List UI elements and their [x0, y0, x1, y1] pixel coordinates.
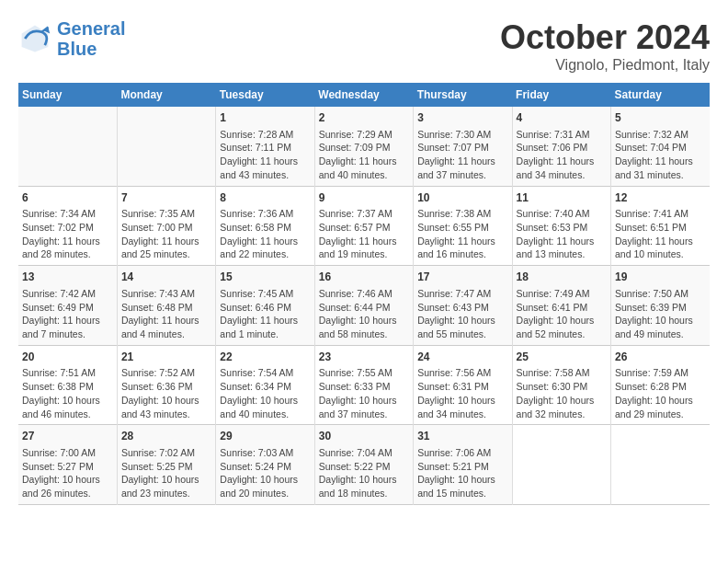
day-number: 5 — [615, 110, 706, 126]
calendar-cell — [18, 107, 117, 186]
header-day-friday: Friday — [512, 83, 610, 107]
day-number: 20 — [22, 350, 113, 365]
calendar-cell: 13Sunrise: 7:42 AM Sunset: 6:49 PM Dayli… — [18, 266, 117, 346]
calendar-cell: 10Sunrise: 7:38 AM Sunset: 6:55 PM Dayli… — [414, 186, 512, 266]
day-info: Sunrise: 7:51 AM Sunset: 6:38 PM Dayligh… — [22, 366, 113, 420]
day-number: 7 — [121, 190, 211, 206]
calendar-cell: 4Sunrise: 7:31 AM Sunset: 7:06 PM Daylig… — [512, 107, 610, 186]
day-number: 18 — [517, 270, 607, 285]
calendar-cell: 9Sunrise: 7:37 AM Sunset: 6:57 PM Daylig… — [314, 186, 413, 266]
header-day-tuesday: Tuesday — [216, 83, 314, 107]
week-row-4: 20Sunrise: 7:51 AM Sunset: 6:38 PM Dayli… — [18, 345, 710, 425]
day-info: Sunrise: 7:52 AM Sunset: 6:36 PM Dayligh… — [121, 366, 211, 420]
header: General Blue October 2024 Vignolo, Piedm… — [18, 18, 710, 74]
calendar-cell: 15Sunrise: 7:45 AM Sunset: 6:46 PM Dayli… — [216, 266, 314, 346]
calendar-cell: 20Sunrise: 7:51 AM Sunset: 6:38 PM Dayli… — [18, 345, 117, 425]
day-number: 6 — [22, 190, 113, 206]
header-day-monday: Monday — [117, 83, 215, 107]
day-number: 16 — [319, 270, 409, 285]
day-info: Sunrise: 7:49 AM Sunset: 6:41 PM Dayligh… — [517, 287, 607, 341]
calendar-cell: 18Sunrise: 7:49 AM Sunset: 6:41 PM Dayli… — [512, 266, 610, 346]
calendar-cell: 24Sunrise: 7:56 AM Sunset: 6:31 PM Dayli… — [414, 345, 512, 425]
calendar-cell: 14Sunrise: 7:43 AM Sunset: 6:48 PM Dayli… — [117, 266, 215, 346]
calendar-cell: 7Sunrise: 7:35 AM Sunset: 7:00 PM Daylig… — [117, 186, 215, 266]
title-area: October 2024 Vignolo, Piedmont, Italy — [500, 18, 710, 74]
calendar-cell: 30Sunrise: 7:04 AM Sunset: 5:22 PM Dayli… — [314, 425, 413, 505]
calendar-cell: 3Sunrise: 7:30 AM Sunset: 7:07 PM Daylig… — [414, 107, 512, 186]
day-info: Sunrise: 7:38 AM Sunset: 6:55 PM Dayligh… — [417, 207, 507, 261]
day-number: 14 — [121, 270, 211, 285]
day-number: 15 — [220, 270, 310, 285]
day-number: 25 — [517, 350, 607, 365]
month-title: October 2024 — [500, 18, 710, 57]
day-number: 26 — [615, 350, 706, 365]
day-info: Sunrise: 7:37 AM Sunset: 6:57 PM Dayligh… — [319, 207, 409, 261]
calendar-cell: 21Sunrise: 7:52 AM Sunset: 6:36 PM Dayli… — [117, 345, 215, 425]
calendar-cell: 25Sunrise: 7:58 AM Sunset: 6:30 PM Dayli… — [512, 345, 610, 425]
day-number: 27 — [22, 429, 113, 444]
calendar-cell: 17Sunrise: 7:47 AM Sunset: 6:43 PM Dayli… — [414, 266, 512, 346]
day-number: 22 — [220, 350, 310, 365]
day-info: Sunrise: 7:56 AM Sunset: 6:31 PM Dayligh… — [417, 366, 507, 420]
day-number: 24 — [417, 350, 507, 365]
logo: General Blue — [18, 18, 125, 59]
calendar-table: SundayMondayTuesdayWednesdayThursdayFrid… — [18, 83, 710, 505]
week-row-1: 1Sunrise: 7:28 AM Sunset: 7:11 PM Daylig… — [18, 107, 710, 186]
header-day-thursday: Thursday — [414, 83, 512, 107]
day-number: 19 — [615, 270, 706, 285]
calendar-cell: 22Sunrise: 7:54 AM Sunset: 6:34 PM Dayli… — [216, 345, 314, 425]
day-number: 4 — [517, 110, 607, 126]
logo-text: General Blue — [57, 18, 125, 59]
calendar-cell — [117, 107, 215, 186]
calendar-cell: 19Sunrise: 7:50 AM Sunset: 6:39 PM Dayli… — [611, 266, 710, 346]
day-number: 13 — [22, 270, 113, 285]
day-info: Sunrise: 7:30 AM Sunset: 7:07 PM Dayligh… — [417, 128, 507, 182]
day-info: Sunrise: 7:43 AM Sunset: 6:48 PM Dayligh… — [121, 287, 211, 341]
day-info: Sunrise: 7:06 AM Sunset: 5:21 PM Dayligh… — [417, 446, 507, 500]
calendar-cell: 6Sunrise: 7:34 AM Sunset: 7:02 PM Daylig… — [18, 186, 117, 266]
day-info: Sunrise: 7:32 AM Sunset: 7:04 PM Dayligh… — [615, 128, 706, 182]
header-day-wednesday: Wednesday — [314, 83, 413, 107]
day-info: Sunrise: 7:50 AM Sunset: 6:39 PM Dayligh… — [615, 287, 706, 341]
location-title: Vignolo, Piedmont, Italy — [500, 57, 710, 74]
calendar-cell: 27Sunrise: 7:00 AM Sunset: 5:27 PM Dayli… — [18, 425, 117, 505]
day-number: 30 — [319, 429, 409, 444]
day-number: 3 — [417, 110, 507, 126]
day-number: 23 — [319, 350, 409, 365]
logo-icon — [18, 22, 51, 55]
header-day-sunday: Sunday — [18, 83, 117, 107]
calendar-cell — [512, 425, 610, 505]
calendar-body: 1Sunrise: 7:28 AM Sunset: 7:11 PM Daylig… — [18, 107, 710, 504]
calendar-cell: 26Sunrise: 7:59 AM Sunset: 6:28 PM Dayli… — [611, 345, 710, 425]
day-number: 17 — [417, 270, 507, 285]
day-info: Sunrise: 7:55 AM Sunset: 6:33 PM Dayligh… — [319, 366, 409, 420]
day-number: 10 — [417, 190, 507, 206]
day-info: Sunrise: 7:29 AM Sunset: 7:09 PM Dayligh… — [319, 128, 409, 182]
day-info: Sunrise: 7:02 AM Sunset: 5:25 PM Dayligh… — [121, 446, 211, 500]
day-info: Sunrise: 7:42 AM Sunset: 6:49 PM Dayligh… — [22, 287, 113, 341]
day-number: 28 — [121, 429, 211, 444]
calendar-cell: 28Sunrise: 7:02 AM Sunset: 5:25 PM Dayli… — [117, 425, 215, 505]
day-info: Sunrise: 7:54 AM Sunset: 6:34 PM Dayligh… — [220, 366, 310, 420]
day-info: Sunrise: 7:03 AM Sunset: 5:24 PM Dayligh… — [220, 446, 310, 500]
calendar-cell: 5Sunrise: 7:32 AM Sunset: 7:04 PM Daylig… — [611, 107, 710, 186]
day-info: Sunrise: 7:47 AM Sunset: 6:43 PM Dayligh… — [417, 287, 507, 341]
calendar-cell: 31Sunrise: 7:06 AM Sunset: 5:21 PM Dayli… — [414, 425, 512, 505]
day-info: Sunrise: 7:04 AM Sunset: 5:22 PM Dayligh… — [319, 446, 409, 500]
day-number: 12 — [615, 190, 706, 206]
day-info: Sunrise: 7:45 AM Sunset: 6:46 PM Dayligh… — [220, 287, 310, 341]
week-row-5: 27Sunrise: 7:00 AM Sunset: 5:27 PM Dayli… — [18, 425, 710, 505]
calendar-cell: 11Sunrise: 7:40 AM Sunset: 6:53 PM Dayli… — [512, 186, 610, 266]
day-info: Sunrise: 7:46 AM Sunset: 6:44 PM Dayligh… — [319, 287, 409, 341]
day-info: Sunrise: 7:59 AM Sunset: 6:28 PM Dayligh… — [615, 366, 706, 420]
day-number: 29 — [220, 429, 310, 444]
day-info: Sunrise: 7:35 AM Sunset: 7:00 PM Dayligh… — [121, 207, 211, 261]
day-number: 11 — [517, 190, 607, 206]
calendar-cell: 16Sunrise: 7:46 AM Sunset: 6:44 PM Dayli… — [314, 266, 413, 346]
day-info: Sunrise: 7:28 AM Sunset: 7:11 PM Dayligh… — [220, 128, 310, 182]
day-number: 31 — [417, 429, 507, 444]
day-info: Sunrise: 7:34 AM Sunset: 7:02 PM Dayligh… — [22, 207, 113, 261]
day-number: 2 — [319, 110, 409, 126]
calendar-header: SundayMondayTuesdayWednesdayThursdayFrid… — [18, 83, 710, 107]
week-row-2: 6Sunrise: 7:34 AM Sunset: 7:02 PM Daylig… — [18, 186, 710, 266]
